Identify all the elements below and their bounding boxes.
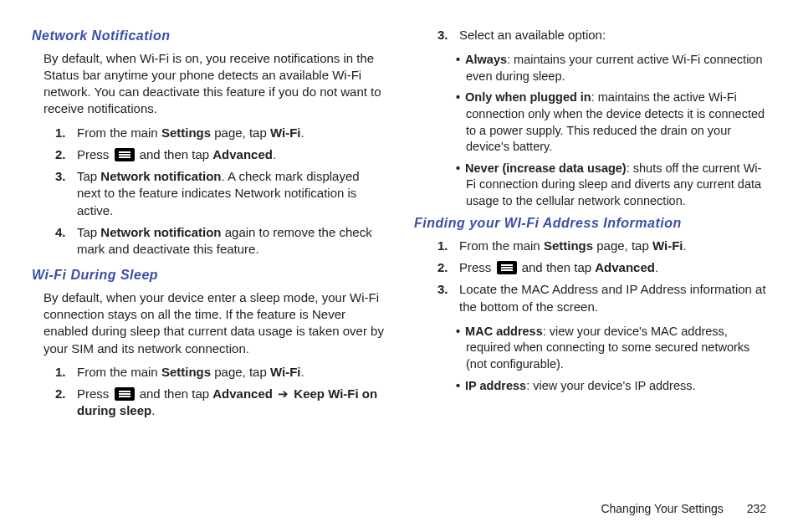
bold: Settings bbox=[161, 365, 211, 379]
bullets-address-info: MAC address: view your device's MAC addr… bbox=[414, 324, 766, 394]
step-2: 2.Press and then tap Advanced. bbox=[414, 259, 766, 276]
menu-key-icon bbox=[115, 148, 135, 161]
step-1: 1.From the main Settings page, tap Wi-Fi… bbox=[32, 125, 384, 141]
txt: and then tap bbox=[136, 386, 213, 401]
step-2: 2.Press and then tap Advanced ➔ Keep Wi-… bbox=[32, 386, 384, 420]
txt: and then tap bbox=[519, 260, 596, 274]
page-footer: Changing Your Settings 232 bbox=[32, 496, 766, 532]
step-3: 3.Locate the MAC Address and IP Address … bbox=[414, 281, 766, 315]
arrow-icon: ➔ bbox=[278, 386, 289, 401]
option-plugged-in: Only when plugged in: maintains the acti… bbox=[414, 90, 766, 155]
txt: : maintains your current active Wi-Fi co… bbox=[466, 53, 762, 83]
section-heading-find-address: Finding your WI-Fi Address Information bbox=[414, 214, 766, 233]
intro-network-notification: By default, when Wi-Fi is on, you receiv… bbox=[43, 50, 384, 118]
step-4: 4.Tap Network notification again to remo… bbox=[32, 224, 384, 258]
txt: From the main bbox=[459, 238, 544, 253]
page-number: 232 bbox=[747, 502, 766, 515]
section-heading-wifi-sleep: Wi-Fi During Sleep bbox=[32, 266, 384, 284]
bold: Always bbox=[465, 53, 507, 66]
step-1: 1.From the main Settings page, tap Wi-Fi… bbox=[32, 364, 384, 381]
txt bbox=[273, 386, 276, 401]
bullet-ip-address: IP address: view your device's IP addres… bbox=[414, 378, 766, 395]
step-3: 3.Select an available option: bbox=[414, 27, 766, 43]
bold: Never (increase data usage) bbox=[465, 161, 627, 175]
step-3: 3.Tap Network notification. A check mark… bbox=[32, 168, 384, 219]
bold: Advanced bbox=[212, 147, 273, 161]
txt: Press bbox=[459, 260, 495, 274]
step-number: 2. bbox=[55, 146, 72, 163]
txt: page, tap bbox=[211, 125, 270, 140]
section-heading-network-notification: Network Notification bbox=[32, 27, 384, 45]
txt: page, tap bbox=[211, 365, 270, 379]
steps-wifi-sleep: 1.From the main Settings page, tap Wi-Fi… bbox=[32, 364, 384, 420]
step-number: 3. bbox=[437, 281, 454, 298]
txt: Tap bbox=[77, 225, 100, 239]
step-number: 3. bbox=[55, 168, 72, 185]
bold: Wi-Fi bbox=[652, 238, 683, 253]
step-number: 1. bbox=[55, 125, 72, 141]
step-number: 1. bbox=[55, 364, 72, 381]
txt: . bbox=[683, 238, 687, 253]
menu-key-icon bbox=[115, 387, 135, 401]
steps-wifi-sleep-continued: 3.Select an available option: bbox=[414, 27, 766, 43]
options-wifi-sleep: Always: maintains your current active Wi… bbox=[414, 52, 766, 209]
bold: Advanced bbox=[595, 260, 655, 274]
menu-key-icon bbox=[497, 261, 517, 274]
txt: From the main bbox=[77, 365, 161, 379]
txt: Press bbox=[77, 386, 113, 401]
right-column: 3.Select an available option: Always: ma… bbox=[414, 27, 766, 428]
txt: From the main bbox=[77, 125, 161, 140]
bold: Wi-Fi bbox=[270, 365, 301, 379]
txt: . bbox=[151, 403, 155, 417]
bold: Settings bbox=[544, 238, 593, 253]
bold: Advanced bbox=[212, 386, 273, 401]
step-2: 2.Press and then tap Advanced. bbox=[32, 146, 384, 163]
two-column-layout: Network Notification By default, when Wi… bbox=[32, 27, 766, 428]
option-always: Always: maintains your current active Wi… bbox=[414, 52, 766, 84]
txt: Tap bbox=[77, 169, 100, 183]
left-column: Network Notification By default, when Wi… bbox=[32, 27, 384, 428]
txt: . bbox=[655, 260, 658, 274]
steps-network-notification: 1.From the main Settings page, tap Wi-Fi… bbox=[32, 125, 384, 258]
step-number: 4. bbox=[55, 224, 72, 241]
steps-find-address: 1.From the main Settings page, tap Wi-Fi… bbox=[414, 238, 766, 315]
txt: : view your device's IP address. bbox=[526, 379, 695, 392]
bold: Network notification bbox=[100, 225, 221, 239]
txt: Press bbox=[77, 147, 113, 161]
bold: MAC address bbox=[465, 325, 543, 338]
document-page: Network Notification By default, when Wi… bbox=[0, 0, 798, 532]
step-number: 2. bbox=[437, 259, 454, 276]
txt: . bbox=[273, 147, 276, 161]
txt: Locate the MAC Address and IP Address in… bbox=[459, 282, 766, 313]
bold: Wi-Fi bbox=[270, 125, 301, 140]
bullet-mac-address: MAC address: view your device's MAC addr… bbox=[414, 324, 766, 373]
txt: . bbox=[301, 125, 304, 140]
option-never: Never (increase data usage): shuts off t… bbox=[414, 161, 766, 210]
footer-chapter-title: Changing Your Settings bbox=[601, 502, 723, 515]
intro-wifi-sleep: By default, when your device enter a sle… bbox=[43, 289, 384, 357]
bold: Network notification bbox=[100, 169, 221, 183]
txt: page, tap bbox=[593, 238, 652, 253]
step-number: 1. bbox=[437, 238, 454, 254]
step-number: 2. bbox=[55, 386, 72, 402]
bold: Settings bbox=[161, 125, 211, 140]
bold: IP address bbox=[465, 379, 526, 392]
step-number: 3. bbox=[437, 27, 454, 43]
txt: and then tap bbox=[136, 147, 213, 161]
txt: . bbox=[301, 365, 304, 379]
bold: Only when plugged in bbox=[465, 90, 591, 104]
step-1: 1.From the main Settings page, tap Wi-Fi… bbox=[414, 238, 766, 254]
txt: Select an available option: bbox=[459, 28, 606, 42]
